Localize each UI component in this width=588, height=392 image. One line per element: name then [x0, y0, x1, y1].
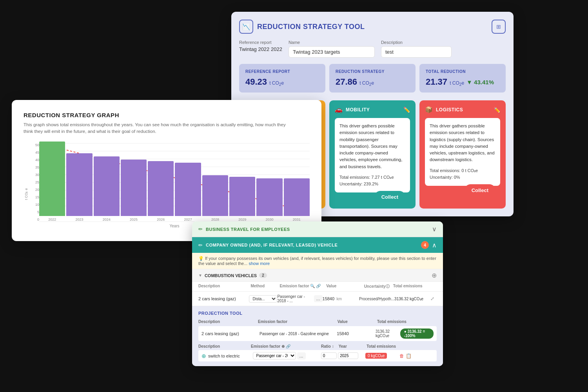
sub-col-ratio: Ratio ↕	[321, 344, 339, 348]
info-text: 💡 If your company possesses its own vehi…	[198, 256, 436, 266]
mobility-collect-button[interactable]: Collect	[374, 191, 405, 203]
emission-factor-cell: Passenger car - 2018 - ... ...	[277, 294, 322, 303]
y-axis-label: t CO₂ e	[24, 188, 28, 200]
logistics-uncertainty: Uncertainty: 0%	[430, 175, 495, 180]
sub-copy-btn[interactable]: 📋	[406, 353, 412, 359]
bar-2031: 2031	[284, 178, 310, 221]
bottom-panel: ✏ BUSINESS TRAVEL FOR EMPLOYEES ∨ ✏ COMP…	[192, 221, 443, 366]
sub-ef-select[interactable]: Passenger car - 2018 - Gazoline...	[253, 352, 296, 359]
bar-2025-label: 2025	[130, 218, 138, 221]
sub-row-ef-cell: Passenger car - 2018 - Gazoline... ...	[253, 352, 321, 359]
chevron-combustion-icon: ▼	[198, 273, 202, 278]
col-total-emissions: Total emissions	[393, 284, 428, 289]
bar-2027-label: 2027	[184, 218, 192, 221]
bar-2029: 2029	[229, 177, 255, 221]
row-uncertainty: Processed/Hypoth...	[359, 297, 394, 301]
show-more-link[interactable]: show more	[249, 261, 270, 266]
stat-red-value: 27.86 t CO2e	[336, 77, 409, 87]
projection-tool: PROJECTION TOOL Description Emission fac…	[192, 306, 443, 366]
year-input[interactable]	[338, 352, 358, 359]
section-business-travel-header: ✏ BUSINESS TRAVEL FOR EMPLOYEES ∨	[192, 221, 443, 237]
row-description: 2 cars leasing (gaz)	[198, 296, 249, 301]
combustion-title-row: ▼ COMBUSTION VEHICLES 2	[198, 273, 267, 278]
bar-2027-fill	[175, 163, 201, 216]
bar-2025-fill	[121, 160, 147, 216]
projection-title: PROJECTION TOOL	[198, 311, 437, 316]
add-combustion-icon[interactable]: ⊕	[432, 272, 437, 279]
logistics-body: This driver gathers possible emission so…	[425, 118, 500, 186]
company-vehicle-title: COMPANY OWNED (AND, IF RELEVANT, LEASED)…	[206, 243, 338, 247]
emission-factor-value: Passenger car - 2018 - ...	[277, 294, 312, 303]
proj-badge: ● 3136.32 = -100%	[400, 328, 434, 339]
name-label: Name	[289, 40, 375, 45]
row-expand-btn[interactable]: ⤢	[428, 296, 437, 301]
stat-red-label: REDUCTION STRATEGY	[336, 69, 409, 74]
bar-2031-fill	[284, 178, 310, 216]
reference-report-label: Reference report	[239, 40, 282, 45]
description-label: Description	[381, 40, 452, 45]
sub-delete-btn[interactable]: 🗑	[399, 353, 404, 359]
bar-2029-fill	[229, 177, 255, 216]
bar-2026-label: 2026	[157, 218, 165, 221]
filter-button[interactable]: ⊞	[492, 20, 506, 34]
driver-card-mobility: 🚗 MOBILITY ✏️ This driver gathers possib…	[329, 100, 416, 209]
y-label-5: 5	[31, 210, 39, 214]
logistics-title: LOGISTICS	[436, 107, 463, 113]
y-label-0: 0	[31, 218, 39, 221]
stat-reference-report: REFERENCE REPORT 49.23 t CO2e	[239, 64, 325, 93]
name-input[interactable]: Twintag 2023 targets	[289, 46, 375, 58]
y-label-45: 45	[31, 151, 39, 154]
col-value: Value	[326, 284, 341, 289]
sub-action-btns: 🗑 📋	[399, 353, 434, 359]
bar-2030-label: 2030	[266, 218, 274, 221]
bar-2026-fill	[148, 161, 174, 216]
mobility-body: This driver gathers possible emission so…	[335, 118, 410, 192]
bar-2029-label: 2029	[238, 218, 246, 221]
bar-2023-label: 2023	[75, 218, 83, 221]
logistics-header: 📦 LOGISTICS ✏️	[425, 106, 500, 113]
emission-factor-dots[interactable]: ...	[314, 295, 323, 302]
col-method: Method	[250, 284, 279, 289]
proj-total: 3136.32 kgCO₂e	[376, 329, 398, 338]
row-total-emissions: 3136.32 kgCO₂e	[394, 297, 428, 301]
combustion-header: ▼ COMBUSTION VEHICLES 2 ⊕	[192, 269, 443, 282]
bar-2030: 2030	[256, 178, 282, 221]
pencil-icon-green: ✏	[198, 226, 203, 232]
sub-total-cell: 0 kgCO₂e	[365, 353, 399, 359]
graph-panel: REDUCTION STRATEGY GRAPH This graph show…	[12, 100, 321, 241]
bar-2031-label: 2031	[293, 218, 301, 221]
business-travel-title: BUSINESS TRAVEL FOR EMPLOYEES	[206, 227, 290, 232]
combustion-label: COMBUSTION VEHICLES	[205, 273, 257, 278]
stat-total-reduction: TOTAL REDUCTION 21.37 t CO2e ▼ 43.41%	[419, 64, 506, 93]
description-input[interactable]: test	[381, 46, 452, 58]
method-select[interactable]: Dista...	[249, 295, 277, 303]
sub-row-add-btn[interactable]: ⊕	[201, 353, 206, 359]
logistics-collect-button[interactable]: Collect	[465, 184, 495, 196]
sub-ef-dots[interactable]: ...	[297, 352, 306, 359]
bar-2028-fill	[202, 175, 228, 216]
y-label-15: 15	[31, 195, 39, 199]
stat-ref-value: 49.23 t CO2e	[245, 77, 319, 87]
logistics-edit-icon[interactable]: ✏️	[494, 107, 500, 113]
logistics-total-emissions: Total emissions: 0 t CO₂e	[430, 168, 495, 173]
info-row: 💡 If your company possesses its own vehi…	[192, 253, 443, 269]
proj-val: 15840	[337, 331, 376, 336]
reference-report-value: Twintag 2022 2022	[239, 46, 282, 52]
description-field: Description test	[381, 40, 452, 58]
rst-title: REDUCTION STRATEGY TOOL	[257, 23, 365, 31]
business-travel-title-row: ✏ BUSINESS TRAVEL FOR EMPLOYEES	[198, 226, 290, 232]
logistics-icon: 📦	[425, 106, 433, 113]
proj-header-row: Description Emission factor Value Total …	[198, 319, 437, 324]
stat-total-value: 21.37 t CO2e	[426, 77, 464, 87]
sub-col-year: Year	[339, 344, 367, 348]
y-label-25: 25	[31, 180, 39, 184]
proj-col-total: Total emissions	[377, 319, 437, 324]
ratio-input[interactable]	[321, 352, 337, 359]
chevron-down-icon[interactable]: ∨	[432, 225, 437, 233]
bar-2023-fill	[66, 153, 92, 216]
y-label-50: 50	[31, 143, 39, 147]
chevron-up-icon[interactable]: ∧	[432, 241, 437, 249]
mobility-edit-icon[interactable]: ✏️	[403, 107, 410, 113]
mobility-title: MOBILITY	[346, 107, 370, 113]
bar-2022-fill	[39, 142, 65, 216]
